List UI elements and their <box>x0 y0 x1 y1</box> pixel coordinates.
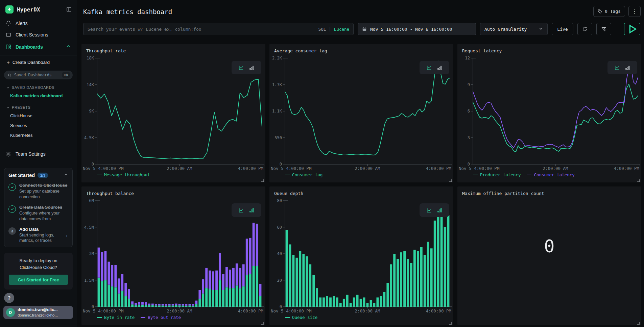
svg-text:80: 80 <box>277 198 282 203</box>
live-button[interactable]: Live <box>552 23 573 35</box>
sidebar-item-kubernetes[interactable]: Kubernetes <box>0 130 77 140</box>
svg-text:18K: 18K <box>87 56 94 60</box>
chart-type-toolbar <box>607 61 637 74</box>
svg-text:Nov 5 4:00:00 PM: Nov 5 4:00:00 PM <box>83 308 123 313</box>
line-chart-icon[interactable] <box>238 65 244 71</box>
svg-text:4.5K: 4.5K <box>84 135 94 140</box>
chart-average-consumer-lag: 2.2K1.7K1.1K5500Nov 5 4:00:00 PM2:00:00 … <box>269 54 453 172</box>
create-dashboard-button[interactable]: + Create Dashboard <box>0 55 77 67</box>
date-range-picker[interactable]: Nov 5 16:00:00 - Nov 6 16:00:00 <box>358 23 476 35</box>
run-query-button[interactable] <box>624 23 640 35</box>
hyperdx-logo-icon <box>5 5 14 14</box>
event-search-input[interactable] <box>84 27 318 32</box>
sidebar-item-kafka-dashboard[interactable]: Kafka metrics dashboard <box>0 91 77 101</box>
sidebar-item-clickhouse[interactable]: ClickHouse <box>0 111 77 121</box>
plus-icon: + <box>7 59 10 65</box>
arrow-right-icon: → <box>63 232 68 238</box>
gear-icon <box>5 151 11 157</box>
bar-chart-icon[interactable] <box>625 65 630 71</box>
resize-handle[interactable] <box>449 178 452 181</box>
get-started-title: Get Started <box>8 173 35 178</box>
legend-label: Consumer lag <box>292 172 323 177</box>
legend-dash-icon <box>285 317 290 318</box>
filter-slash-icon <box>601 26 606 32</box>
legend-dash-icon <box>97 317 102 318</box>
step-add-data[interactable]: 3 Add Data Start sending logs, metrics, … <box>8 227 68 244</box>
legend-item[interactable]: Byte in rate <box>97 315 135 320</box>
svg-text:6: 6 <box>468 109 470 114</box>
saved-dashboards-search[interactable]: ⌘K <box>4 71 73 79</box>
sidebar-item-alerts[interactable]: Alerts <box>0 18 77 29</box>
resize-handle[interactable] <box>261 178 264 181</box>
panel-queue-depth: Queue depth 806040200Nov 5 4:00:00 PM2:0… <box>269 186 453 325</box>
lucene-toggle[interactable]: Lucene <box>334 27 349 32</box>
line-chart-icon[interactable] <box>614 65 620 71</box>
svg-text:4:00:00 PM: 4:00:00 PM <box>614 166 639 171</box>
legend-item[interactable]: Byte out rate <box>141 315 181 320</box>
bar-chart-icon[interactable] <box>437 65 443 71</box>
chart-type-toolbar <box>232 61 261 74</box>
kebab-icon: ⋮ <box>632 8 637 15</box>
sidebar-item-label: Alerts <box>16 21 28 26</box>
step-desc: Configure where your data comes from <box>19 210 68 222</box>
resize-handle[interactable] <box>637 321 640 324</box>
line-chart-icon[interactable] <box>426 65 432 71</box>
resize-handle[interactable] <box>637 178 640 181</box>
bar-chart-icon[interactable] <box>437 207 443 213</box>
legend-label: Queue size <box>292 315 317 320</box>
svg-text:2:00:00 AM: 2:00:00 AM <box>167 308 192 313</box>
legend-item[interactable]: Consumer lag <box>285 172 323 177</box>
line-chart-icon[interactable] <box>238 207 244 213</box>
refresh-button[interactable] <box>577 23 592 35</box>
help-button[interactable]: ? <box>4 293 14 303</box>
resize-handle[interactable] <box>449 321 452 324</box>
bar-chart-icon[interactable] <box>249 65 255 71</box>
more-options-button[interactable]: ⋮ <box>628 6 641 17</box>
presets-section-header[interactable]: PRESETS <box>0 101 77 111</box>
legend-dash-icon <box>97 175 102 175</box>
panel-throughput-rate: Throughput rate 18K14K9K4.5K0Nov 5 4:00:… <box>81 44 265 182</box>
sql-toggle[interactable]: SQL <box>318 27 326 32</box>
get-started-free-button[interactable]: Get Started for Free <box>9 275 68 285</box>
svg-text:2:00:00 AM: 2:00:00 AM <box>355 308 380 313</box>
legend-label: Message throughput <box>104 172 150 177</box>
chevron-up-icon[interactable] <box>64 172 68 178</box>
svg-text:60: 60 <box>277 225 282 230</box>
saved-dashboards-section-header[interactable]: SAVED DASHBOARDS <box>0 81 77 91</box>
logo-row: HyperDX <box>0 0 77 18</box>
step-create-data-sources[interactable]: Create Data Sources Configure where your… <box>8 205 68 222</box>
step-title: Connect to ClickHouse <box>19 183 68 188</box>
chevron-down-icon <box>539 26 543 32</box>
tags-button[interactable]: 0 Tags <box>593 6 625 17</box>
get-started-card: Get Started 2/3 Connect to ClickHouse Se… <box>4 168 73 247</box>
sidebar-item-client-sessions[interactable]: Client Sessions <box>0 29 77 41</box>
sidebar-collapse-icon[interactable] <box>66 6 72 12</box>
chart-throughput-rate: 18K14K9K4.5K0Nov 5 4:00:00 PM2:00:00 AM4… <box>81 54 265 172</box>
deploy-card: Ready to deploy on ClickHouse Cloud? Get… <box>4 253 73 290</box>
date-range-value: Nov 5 16:00:00 - Nov 6 16:00:00 <box>370 27 452 32</box>
bar-chart-icon[interactable] <box>249 207 255 213</box>
user-menu[interactable]: D dominic.tran@clic... dominic.tran@clic… <box>3 306 73 319</box>
line-chart-icon[interactable] <box>426 207 432 213</box>
svg-text:1.1K: 1.1K <box>272 109 282 114</box>
legend-item[interactable]: Message throughput <box>97 172 150 177</box>
chevron-up-icon[interactable] <box>65 43 71 50</box>
legend-item[interactable]: Consumer latency <box>527 172 574 177</box>
sidebar-item-services[interactable]: Services <box>0 121 77 130</box>
filter-button[interactable] <box>596 23 611 35</box>
legend-item[interactable]: Queue size <box>285 315 317 320</box>
saved-dashboards-search-input[interactable] <box>14 73 58 77</box>
resize-handle[interactable] <box>261 321 264 324</box>
play-icon <box>624 21 640 37</box>
svg-text:Nov 5 4:00:00 PM: Nov 5 4:00:00 PM <box>459 166 499 171</box>
granularity-select[interactable]: Auto Granularity <box>480 23 548 35</box>
event-search[interactable]: SQL | Lucene <box>83 23 354 35</box>
sidebar-item-dashboards[interactable]: Dashboards <box>0 41 77 53</box>
sidebar-item-team-settings[interactable]: Team Settings <box>0 148 77 160</box>
svg-text:4:00:00 PM: 4:00:00 PM <box>238 308 263 313</box>
brand-name: HyperDX <box>17 6 40 13</box>
svg-text:Nov 5 4:00:00 PM: Nov 5 4:00:00 PM <box>271 308 311 313</box>
chart-title: Queue depth <box>269 186 453 197</box>
legend-item[interactable]: Producer latency <box>473 172 521 177</box>
step-connect-clickhouse[interactable]: Connect to ClickHouse Set up your databa… <box>8 183 68 200</box>
